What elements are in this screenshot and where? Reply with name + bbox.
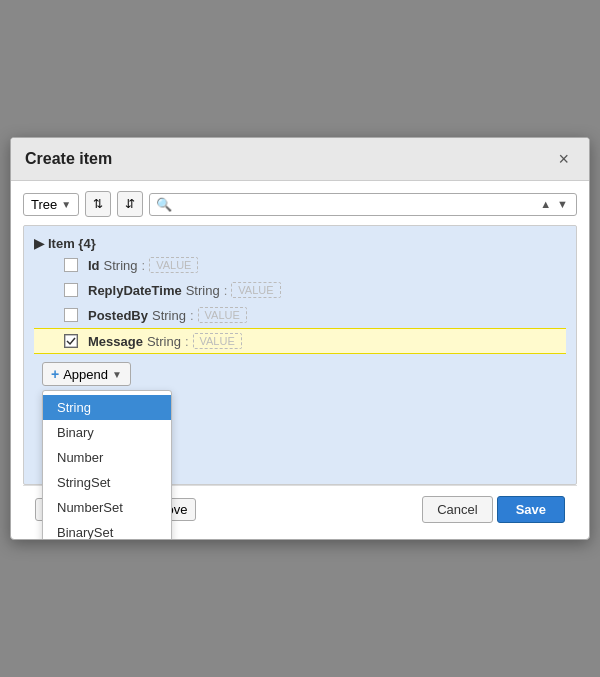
create-item-dialog: Create item × Tree ▼ ⇅ ⇵ 🔍 ▲ ▼ bbox=[10, 137, 590, 540]
field-postedby-type: String bbox=[152, 308, 186, 323]
toolbar-row: Tree ▼ ⇅ ⇵ 🔍 ▲ ▼ bbox=[23, 191, 577, 217]
search-input[interactable] bbox=[176, 197, 534, 212]
cancel-button[interactable]: Cancel bbox=[422, 496, 492, 523]
field-message-value[interactable]: VALUE bbox=[193, 333, 242, 349]
tree-root: ▶ Item {4} Id String : VALUE ReplyDateTi… bbox=[24, 226, 576, 394]
search-nav: ▲ ▼ bbox=[538, 197, 570, 211]
search-icon: 🔍 bbox=[156, 197, 172, 212]
field-replydatetime-colon: : bbox=[224, 283, 228, 298]
field-id-colon: : bbox=[142, 258, 146, 273]
sort-asc-icon: ⇅ bbox=[93, 197, 103, 211]
search-next-button[interactable]: ▼ bbox=[555, 197, 570, 211]
field-postedby-checkbox[interactable] bbox=[64, 308, 78, 322]
close-button[interactable]: × bbox=[552, 148, 575, 170]
field-id-type: String bbox=[104, 258, 138, 273]
tree-item-row-message: Message String : VALUE bbox=[34, 328, 566, 354]
search-box: 🔍 ▲ ▼ bbox=[149, 193, 577, 216]
append-button[interactable]: + Append ▼ bbox=[42, 362, 131, 386]
field-replydatetime-value[interactable]: VALUE bbox=[231, 282, 280, 298]
type-item-numberset[interactable]: NumberSet bbox=[43, 495, 171, 520]
append-bar: + Append ▼ String Binary Number StringSe… bbox=[34, 358, 566, 390]
tree-item-row: Id String : VALUE bbox=[34, 253, 566, 278]
dialog-header: Create item × bbox=[11, 138, 589, 181]
checkbox-check-icon bbox=[65, 335, 77, 347]
save-button[interactable]: Save bbox=[497, 496, 565, 523]
type-dropdown: String Binary Number StringSet NumberSet… bbox=[42, 390, 172, 540]
tree-collapse-icon[interactable]: ▶ bbox=[34, 236, 44, 251]
sort-desc-button[interactable]: ⇵ bbox=[117, 191, 143, 217]
tree-item-row: ReplyDateTime String : VALUE bbox=[34, 278, 566, 303]
dialog-title: Create item bbox=[25, 150, 112, 168]
type-item-number[interactable]: Number bbox=[43, 445, 171, 470]
append-arrow-icon: ▼ bbox=[112, 369, 122, 380]
sort-desc-icon: ⇵ bbox=[125, 197, 135, 211]
field-replydatetime-name: ReplyDateTime bbox=[88, 283, 182, 298]
field-message-name: Message bbox=[88, 334, 143, 349]
type-item-stringset[interactable]: StringSet bbox=[43, 470, 171, 495]
tree-dropdown-arrow-icon: ▼ bbox=[61, 199, 71, 210]
field-postedby-value[interactable]: VALUE bbox=[198, 307, 247, 323]
tree-item-row: PostedBy String : VALUE bbox=[34, 303, 566, 328]
svg-rect-0 bbox=[65, 335, 77, 347]
dialog-body: Tree ▼ ⇅ ⇵ 🔍 ▲ ▼ ▶ bbox=[11, 181, 589, 539]
sort-asc-button[interactable]: ⇅ bbox=[85, 191, 111, 217]
field-message-checkbox[interactable] bbox=[64, 334, 78, 348]
tree-dropdown[interactable]: Tree ▼ bbox=[23, 193, 79, 216]
field-id-name: Id bbox=[88, 258, 100, 273]
type-item-string[interactable]: String bbox=[43, 395, 171, 420]
type-item-binaryset[interactable]: BinarySet bbox=[43, 520, 171, 540]
field-id-checkbox[interactable] bbox=[64, 258, 78, 272]
field-postedby-name: PostedBy bbox=[88, 308, 148, 323]
field-message-colon: : bbox=[185, 334, 189, 349]
field-replydatetime-type: String bbox=[186, 283, 220, 298]
tree-dropdown-label: Tree bbox=[31, 197, 57, 212]
tree-root-label: ▶ Item {4} bbox=[34, 234, 566, 253]
field-postedby-colon: : bbox=[190, 308, 194, 323]
tree-area: ▶ Item {4} Id String : VALUE ReplyDateTi… bbox=[23, 225, 577, 485]
search-prev-button[interactable]: ▲ bbox=[538, 197, 553, 211]
field-id-value[interactable]: VALUE bbox=[149, 257, 198, 273]
append-plus-icon: + bbox=[51, 366, 59, 382]
type-item-binary[interactable]: Binary bbox=[43, 420, 171, 445]
tree-root-text: Item {4} bbox=[48, 236, 96, 251]
field-replydatetime-checkbox[interactable] bbox=[64, 283, 78, 297]
append-label: Append bbox=[63, 367, 108, 382]
field-message-type: String bbox=[147, 334, 181, 349]
